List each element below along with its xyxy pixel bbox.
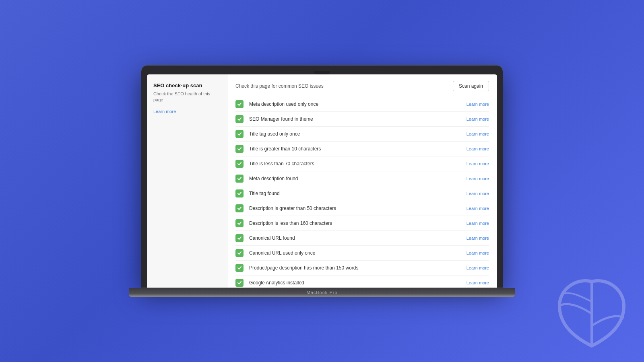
check-pass-icon [235,100,244,108]
scan-again-button[interactable]: Scan again [453,81,489,91]
check-label-text: Product/page description has more than 1… [249,265,466,271]
seo-check-item: Canonical URL found Learn more [235,231,489,246]
check-label-text: Meta description used only once [249,101,466,107]
laptop-base: MacBook Pro [129,288,515,297]
check-pass-icon [235,130,244,138]
check-pass-icon [235,234,244,242]
laptop-brand-label: MacBook Pro [306,290,337,295]
check-learn-more-link[interactable]: Learn more [466,280,489,285]
seo-check-item: Google Analytics installed Learn more [235,276,489,288]
seo-check-item: Product/page description has more than 1… [235,261,489,276]
check-learn-more-link[interactable]: Learn more [466,191,489,196]
check-learn-more-link[interactable]: Learn more [466,117,489,121]
check-learn-more-link[interactable]: Learn more [466,161,489,166]
main-header-text: Check this page for common SEO issues [235,83,324,89]
seo-check-item: Title is less than 70 characters Learn m… [235,156,489,171]
seo-check-item: Description is greater than 50 character… [235,201,489,216]
check-pass-icon [235,249,244,257]
check-learn-more-link[interactable]: Learn more [466,176,489,181]
check-learn-more-link[interactable]: Learn more [466,146,489,151]
laptop-notch [314,71,330,74]
check-label-text: Canonical URL used only once [249,250,466,256]
check-learn-more-link[interactable]: Learn more [466,221,489,226]
check-pass-icon [235,115,244,123]
seo-check-list: Meta description used only once Learn mo… [235,97,489,288]
check-pass-icon [235,145,244,153]
main-header: Check this page for common SEO issues Sc… [235,81,489,91]
watermark-leaf-icon [551,274,632,354]
check-label-text: Title is greater than 10 characters [249,146,466,152]
check-label-text: Description is less than 160 characters [249,220,466,226]
sidebar-description: Check the SEO health of this page [153,91,221,103]
check-label-text: SEO Manager found in theme [249,116,466,122]
check-learn-more-link[interactable]: Learn more [466,251,489,255]
check-pass-icon [235,189,244,197]
seo-check-item: Title is greater than 10 characters Lear… [235,142,489,156]
check-pass-icon [235,175,244,183]
main-content: Check this page for common SEO issues Sc… [227,74,497,288]
seo-check-item: Title tag found Learn more [235,186,489,201]
check-learn-more-link[interactable]: Learn more [466,206,489,211]
sidebar: SEO check-up scan Check the SEO health o… [147,74,227,288]
laptop-screen: SEO check-up scan Check the SEO health o… [147,74,497,288]
check-pass-icon [235,204,244,212]
check-label-text: Title tag found [249,191,466,196]
check-learn-more-link[interactable]: Learn more [466,236,489,241]
check-label-text: Title tag used only once [249,131,466,137]
seo-check-item: Meta description used only once Learn mo… [235,97,489,112]
laptop-mockup: SEO check-up scan Check the SEO health o… [137,65,507,297]
check-learn-more-link[interactable]: Learn more [466,265,489,270]
check-label-text: Canonical URL found [249,235,466,241]
check-pass-icon [235,279,244,287]
check-pass-icon [235,264,244,272]
check-label-text: Meta description found [249,176,466,181]
check-learn-more-link[interactable]: Learn more [466,132,489,136]
sidebar-title: SEO check-up scan [153,82,221,88]
seo-check-item: Description is less than 160 characters … [235,216,489,231]
seo-check-item: SEO Manager found in theme Learn more [235,112,489,127]
check-learn-more-link[interactable]: Learn more [466,102,489,107]
laptop-screen-outer: SEO check-up scan Check the SEO health o… [141,65,503,288]
check-pass-icon [235,219,244,227]
check-pass-icon [235,160,244,168]
check-label-text: Google Analytics installed [249,280,466,286]
seo-check-item: Title tag used only once Learn more [235,127,489,142]
check-label-text: Description is greater than 50 character… [249,206,466,211]
sidebar-learn-more-link[interactable]: Learn more [153,109,176,114]
seo-check-item: Canonical URL used only once Learn more [235,246,489,261]
check-label-text: Title is less than 70 characters [249,161,466,167]
seo-check-item: Meta description found Learn more [235,171,489,186]
